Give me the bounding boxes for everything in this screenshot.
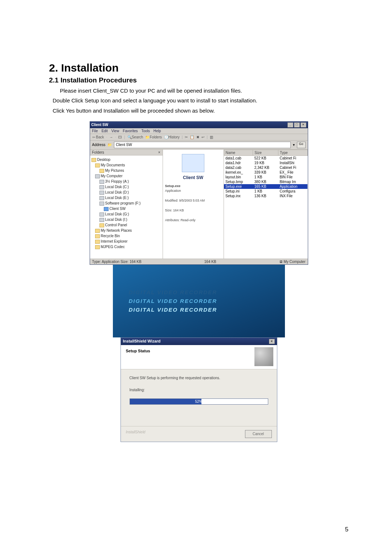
explorer-window: Client SW _ □ × File Edit View Favorites… bbox=[90, 121, 308, 265]
cancel-button[interactable]: Cancel bbox=[245, 430, 272, 438]
menu-item[interactable]: Help bbox=[154, 129, 161, 133]
dropdown-icon[interactable]: ▾ bbox=[293, 143, 295, 147]
separator: | bbox=[182, 135, 183, 139]
wizard-message: Client SW Setup is performing the reques… bbox=[130, 376, 268, 380]
tree-node[interactable]: Local Disk (G:) bbox=[91, 211, 161, 217]
separator: · bbox=[106, 135, 107, 139]
tree-node[interactable]: Software program (F:) bbox=[91, 200, 161, 206]
file-row[interactable]: Setup.ini1 KBConfigura bbox=[224, 189, 307, 194]
splash-screen: DIGITAL VIDEO RECORDER DIGITAL VIDEO REC… bbox=[113, 265, 285, 337]
menu-item[interactable]: File bbox=[92, 129, 98, 133]
file-row[interactable]: ikernel.ex_339 KBEX_ File bbox=[224, 170, 307, 175]
column-header-type[interactable]: Type bbox=[278, 150, 307, 155]
menu-item[interactable]: Favorites bbox=[123, 129, 138, 133]
file-row[interactable]: Setup.inx136 KBINX File bbox=[224, 194, 307, 198]
paragraph: Click Yes button and Installation will b… bbox=[49, 106, 348, 115]
back-button[interactable]: ⇦ Back bbox=[92, 135, 104, 139]
close-pane-icon[interactable]: × bbox=[158, 150, 160, 154]
menu-item[interactable]: Tools bbox=[141, 129, 150, 133]
toolbar-icon[interactable]: 📋 bbox=[190, 135, 194, 139]
tree-node[interactable]: Control Panel bbox=[91, 222, 161, 228]
tree-node[interactable]: MJPEG Codec bbox=[91, 244, 161, 250]
maximize-icon[interactable]: □ bbox=[294, 122, 300, 127]
toolbar-icon[interactable]: ✖ bbox=[196, 135, 199, 139]
folder-icon: 📁 bbox=[107, 143, 112, 147]
tree-node[interactable]: Client SW bbox=[91, 206, 161, 211]
address-label: Address bbox=[92, 143, 106, 147]
column-header-name[interactable]: Name bbox=[224, 150, 253, 155]
file-row[interactable]: data2.cab2,342 KBCabinet Fi bbox=[224, 165, 307, 170]
paragraph: Please insert Client_SW CD to your PC an… bbox=[49, 86, 348, 95]
preview-type: Application bbox=[165, 189, 221, 194]
window-title: Client SW bbox=[91, 123, 109, 127]
address-bar: Address 📁 ▾ Go bbox=[90, 141, 308, 150]
wizard-titlebar[interactable]: InstallShield Wizard × bbox=[121, 338, 277, 345]
subsection-heading: 2.1 Installation Procedures bbox=[49, 76, 348, 84]
preview-attributes: Attributes: Read-only bbox=[165, 218, 221, 223]
splash-text: DIGITAL VIDEO RECORDER bbox=[129, 305, 285, 314]
progress-bar: 52% bbox=[130, 398, 268, 405]
splash-text: DIGITAL VIDEO RECORDER bbox=[129, 288, 285, 297]
close-icon[interactable]: × bbox=[301, 122, 306, 127]
close-icon[interactable]: × bbox=[269, 339, 275, 344]
forward-button[interactable]: → bbox=[109, 135, 113, 139]
preview-modified: Modified: 9/5/2003 5:03 AM bbox=[165, 198, 221, 203]
file-row[interactable]: Setup.bmp380 KBBitmap Im bbox=[224, 179, 307, 184]
menu-item[interactable]: View bbox=[111, 129, 119, 133]
address-input[interactable] bbox=[114, 142, 290, 148]
file-row[interactable]: layout.bin1 KBBIN File bbox=[224, 175, 307, 179]
folder-preview-icon bbox=[182, 154, 204, 172]
column-header-size[interactable]: Size bbox=[253, 150, 278, 155]
tree-node[interactable]: Recycle Bin bbox=[91, 233, 161, 239]
minimize-icon[interactable]: _ bbox=[287, 122, 293, 127]
go-button[interactable]: Go bbox=[297, 142, 306, 148]
folders-button[interactable]: 📁Folders bbox=[145, 135, 162, 139]
preview-filename: Setup.exe bbox=[165, 184, 221, 189]
search-button[interactable]: 🔍Search bbox=[127, 135, 143, 139]
window-titlebar[interactable]: Client SW _ □ × bbox=[90, 122, 308, 128]
page-number: 5 bbox=[345, 526, 348, 533]
up-icon[interactable]: ⮹ bbox=[118, 135, 122, 139]
paragraph: Double Click Setup Icon and select a lan… bbox=[49, 96, 348, 105]
toolbar: ⇦ Back · → · ⮹ | 🔍Search 📁Folders 🕘Histo… bbox=[90, 134, 308, 141]
tree-node[interactable]: Internet Explorer bbox=[91, 239, 161, 244]
toolbar-icon[interactable]: ✂ bbox=[185, 135, 188, 139]
folders-title: Folders bbox=[92, 150, 104, 154]
file-row[interactable]: Setup.exe165 KBApplication bbox=[224, 184, 307, 189]
tree-node[interactable]: My Documents bbox=[91, 162, 161, 168]
separator: · bbox=[115, 135, 116, 139]
menu-bar: File Edit View Favorites Tools Help bbox=[90, 128, 308, 134]
status-size: 164 KB bbox=[204, 260, 216, 264]
history-button[interactable]: 🕘History bbox=[164, 135, 180, 139]
tree-node[interactable]: My Pictures bbox=[91, 168, 161, 173]
tree-node[interactable]: Local Disk (D:) bbox=[91, 190, 161, 195]
tree-node[interactable]: Local Disk (C:) bbox=[91, 184, 161, 190]
tree-node[interactable]: My Network Places bbox=[91, 228, 161, 233]
tree-node[interactable]: Local Disk (I:) bbox=[91, 217, 161, 222]
install-wizard: InstallShield Wizard × Setup Status Clie… bbox=[121, 337, 277, 442]
wizard-installing-label: Installing: bbox=[130, 388, 268, 392]
preview-pane: Client SW Setup.exe Application Modified… bbox=[163, 150, 224, 259]
file-list[interactable]: Name Size Type data1.cab522 KBCabinet Fi… bbox=[224, 150, 308, 259]
wizard-header-image bbox=[254, 347, 273, 366]
file-row[interactable]: data1.cab522 KBCabinet Fi bbox=[224, 155, 307, 161]
splash-text: DIGITAL VIDEO RECORDER bbox=[129, 297, 285, 305]
tree-node[interactable]: Desktop bbox=[91, 157, 161, 162]
toolbar-icon[interactable]: ↩ bbox=[201, 135, 204, 139]
wizard-title: InstallShield Wizard bbox=[123, 339, 161, 344]
tree-node[interactable]: Local Disk (E:) bbox=[91, 195, 161, 200]
folder-tree[interactable]: DesktopMy DocumentsMy PicturesMy Compute… bbox=[90, 155, 163, 251]
menu-item[interactable]: Edit bbox=[102, 129, 108, 133]
views-icon[interactable]: ▥ bbox=[210, 135, 213, 139]
file-row[interactable]: data1.hdr19 KBInstallShi bbox=[224, 161, 307, 165]
progress-fill bbox=[130, 399, 202, 404]
separator: | bbox=[207, 135, 208, 139]
tree-node[interactable]: My Computer bbox=[91, 173, 161, 179]
status-location: 🖥 My Computer bbox=[279, 260, 306, 264]
tree-node[interactable]: 3½ Floppy (A:) bbox=[91, 179, 161, 184]
section-heading: 2. Installation bbox=[49, 62, 348, 74]
status-bar: Type: Application Size: 164 KB 164 KB 🖥 … bbox=[90, 259, 308, 264]
preview-title: Client SW bbox=[165, 175, 221, 180]
progress-percent: 52% bbox=[195, 399, 202, 404]
wizard-brand: InstallShield bbox=[126, 430, 146, 438]
